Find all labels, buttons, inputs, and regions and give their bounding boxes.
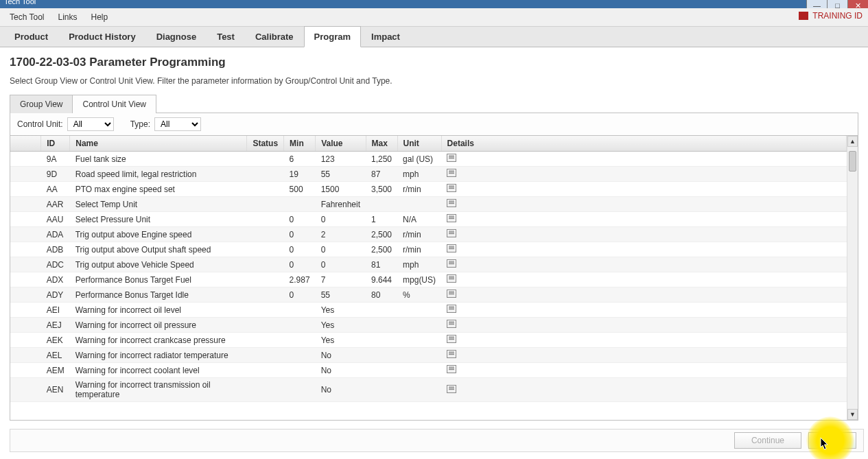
details-icon[interactable] — [447, 244, 456, 252]
cell-status — [247, 182, 284, 197]
table-row[interactable]: AEIWarning for incorrect oil levelYes — [10, 303, 847, 318]
exit-button[interactable]: Exit — [808, 432, 856, 449]
cell-blank — [10, 242, 41, 257]
cell-details[interactable] — [441, 272, 846, 287]
table-row[interactable]: 9AFuel tank size61231,250gal (US) — [10, 152, 847, 167]
cell-value: 123 — [316, 152, 366, 167]
col-name[interactable]: Name — [70, 136, 247, 152]
cell-max: 87 — [366, 167, 397, 182]
cell-details[interactable] — [441, 257, 846, 272]
tab-diagnose[interactable]: Diagnose — [146, 26, 207, 47]
details-icon[interactable] — [447, 305, 456, 313]
details-icon[interactable] — [447, 199, 456, 207]
details-icon[interactable] — [447, 274, 456, 283]
cell-name: Warning for incorrect oil pressure — [70, 318, 247, 333]
cell-details[interactable] — [441, 378, 846, 402]
cell-details[interactable] — [441, 303, 846, 318]
cell-min: 0 — [284, 227, 316, 242]
col-details[interactable]: Details — [441, 136, 846, 152]
cell-details[interactable] — [441, 363, 846, 378]
page-description: Select Group View or Control Unit View. … — [10, 76, 858, 86]
tab-test[interactable]: Test — [207, 26, 245, 47]
cell-details[interactable] — [441, 227, 846, 242]
control-unit-select[interactable]: All — [67, 117, 114, 131]
scrollbar-vertical[interactable]: ▲ ▼ — [847, 136, 858, 420]
table-wrap: ID Name Status Min Value Max Unit Detail… — [10, 136, 858, 421]
table-row[interactable]: ADXPerformance Bonus Target Fuel2.98779.… — [10, 272, 847, 287]
cell-details[interactable] — [441, 197, 846, 212]
table-row[interactable]: AARSelect Temp UnitFahrenheit — [10, 197, 847, 212]
menu-techtool[interactable]: Tech Tool — [4, 10, 49, 24]
tab-product-history[interactable]: Product History — [58, 26, 146, 47]
cell-max — [366, 197, 397, 212]
col-id[interactable]: ID — [41, 136, 70, 152]
col-value[interactable]: Value — [316, 136, 366, 152]
tab-program[interactable]: Program — [304, 26, 361, 47]
cell-unit: r/min — [397, 182, 441, 197]
cell-details[interactable] — [441, 287, 846, 303]
cell-details[interactable] — [441, 152, 846, 167]
cell-name: Trig output above Vehicle Speed — [70, 257, 247, 272]
cell-details[interactable] — [441, 318, 846, 333]
table-row[interactable]: AAPTO max engine speed set50015003,500r/… — [10, 182, 847, 197]
col-blank[interactable] — [10, 136, 41, 152]
cell-details[interactable] — [441, 182, 846, 197]
cell-unit — [397, 303, 441, 318]
details-icon[interactable] — [447, 229, 456, 237]
table-row[interactable]: AEKWarning for incorrect crankcase press… — [10, 333, 847, 348]
cell-max — [366, 363, 397, 378]
details-icon[interactable] — [447, 385, 456, 393]
details-icon[interactable] — [447, 365, 456, 373]
table-row[interactable]: ADATrig output above Engine speed022,500… — [10, 227, 847, 242]
table-row[interactable]: AENWarning for incorrect transmission oi… — [10, 378, 847, 402]
details-icon[interactable] — [447, 350, 456, 358]
main-tabs: Product Product History Diagnose Test Ca… — [0, 27, 868, 47]
details-icon[interactable] — [447, 335, 456, 343]
cell-details[interactable] — [441, 212, 846, 227]
details-icon[interactable] — [447, 259, 456, 268]
cell-name: Performance Bonus Target Fuel — [70, 272, 247, 287]
cell-unit — [397, 318, 441, 333]
cell-name: Select Pressure Unit — [70, 212, 247, 227]
cell-value: Yes — [316, 318, 366, 333]
scroll-up-button[interactable]: ▲ — [847, 136, 858, 147]
cell-blank — [10, 348, 41, 363]
cell-min: 0 — [284, 212, 316, 227]
cell-blank — [10, 303, 41, 318]
table-row[interactable]: AAUSelect Pressure Unit001N/A — [10, 212, 847, 227]
details-icon[interactable] — [447, 320, 456, 328]
col-min[interactable]: Min — [284, 136, 316, 152]
cell-details[interactable] — [441, 333, 846, 348]
cell-details[interactable] — [441, 167, 846, 182]
viewtab-control-unit[interactable]: Control Unit View — [72, 95, 156, 113]
table-row[interactable]: AELWarning for incorrect radiator temper… — [10, 348, 847, 363]
details-icon[interactable] — [447, 184, 456, 192]
viewtab-group[interactable]: Group View — [10, 95, 73, 113]
table-row[interactable]: AEJWarning for incorrect oil pressureYes — [10, 318, 847, 333]
menu-links[interactable]: Links — [52, 10, 82, 24]
table-row[interactable]: ADBTrig output above Output shaft speed0… — [10, 242, 847, 257]
cell-details[interactable] — [441, 242, 846, 257]
details-icon[interactable] — [447, 290, 456, 298]
col-unit[interactable]: Unit — [397, 136, 441, 152]
scroll-down-button[interactable]: ▼ — [847, 409, 858, 420]
table-row[interactable]: ADCTrig output above Vehicle Speed0081mp… — [10, 257, 847, 272]
cell-status — [247, 227, 284, 242]
menu-help[interactable]: Help — [86, 10, 114, 24]
cell-details[interactable] — [441, 348, 846, 363]
details-icon[interactable] — [447, 169, 456, 177]
table-row[interactable]: ADYPerformance Bonus Target Idle05580% — [10, 287, 847, 303]
tab-calibrate[interactable]: Calibrate — [245, 26, 304, 47]
col-status[interactable]: Status — [247, 136, 284, 152]
details-icon[interactable] — [447, 154, 456, 162]
type-select[interactable]: All — [154, 117, 201, 131]
tab-impact[interactable]: Impact — [361, 26, 410, 47]
table-row[interactable]: 9DRoad speed limit, legal restriction195… — [10, 167, 847, 182]
col-max[interactable]: Max — [366, 136, 397, 152]
continue-button[interactable]: Continue — [734, 432, 801, 449]
scroll-thumb[interactable] — [849, 151, 856, 172]
details-icon[interactable] — [447, 214, 456, 222]
tab-product[interactable]: Product — [4, 26, 58, 47]
cell-name: Warning for incorrect radiator temperatu… — [70, 348, 247, 363]
table-row[interactable]: AEMWarning for incorrect coolant levelNo — [10, 363, 847, 378]
